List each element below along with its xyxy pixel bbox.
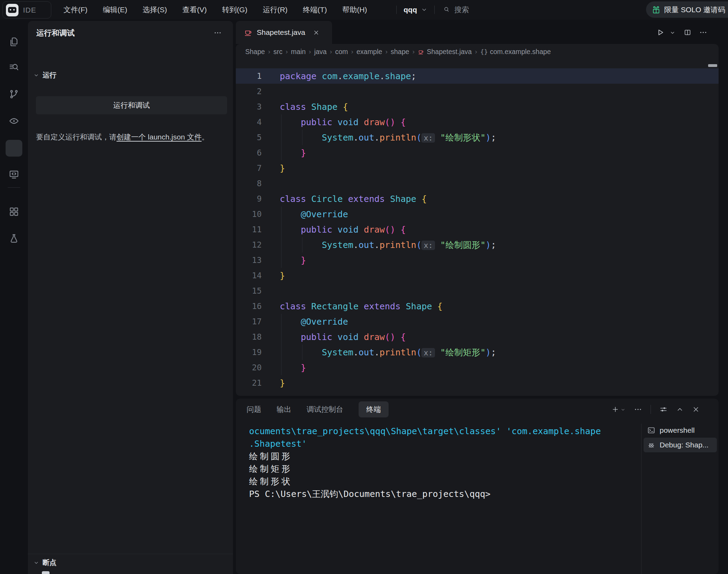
terminal-icon [647,426,655,435]
code-text: } [280,255,306,265]
tune-icon[interactable] [659,405,668,414]
breadcrumb-item[interactable]: java [314,48,327,56]
gutter-line-number[interactable]: 18 [236,332,262,341]
panel-tab-1[interactable]: 问题 [247,405,261,414]
chevron-down-icon[interactable] [670,29,675,36]
menu-item-5[interactable]: 转到(G) [215,5,255,15]
gutter-line-number[interactable]: 5 [236,133,262,142]
tab-shapetest-java[interactable]: Shapetest.java [236,21,332,44]
ellipsis-icon[interactable] [634,405,642,414]
terminal-session-debug--shap---[interactable]: Debug: Shap... [644,438,717,452]
panel-tab-4[interactable]: 终端 [359,401,389,417]
gutter-line-number[interactable]: 19 [236,348,262,357]
run-debug-button[interactable]: 运行和调试 [36,96,227,114]
menu-item-2[interactable]: 编辑(E) [95,5,135,15]
code-line-21: 21} [236,375,719,391]
gutter-line-number[interactable]: 20 [236,363,262,372]
chevron-up-icon[interactable] [676,406,684,413]
breadcrumb-item[interactable]: example [357,48,382,56]
new-terminal-button[interactable] [611,406,625,413]
close-icon[interactable] [692,406,700,413]
activity-item-run-and-debug[interactable] [0,140,28,157]
gutter-line-number[interactable]: 14 [236,271,262,280]
create-launch-json-link[interactable]: 创建一个 launch.json 文件 [117,133,202,141]
close-icon[interactable] [313,29,320,36]
indent-guide [302,237,302,252]
run-file-button[interactable] [656,28,665,37]
menu-item-6[interactable]: 运行(R) [255,5,295,15]
gutter-line-number[interactable]: 15 [236,286,262,295]
gutter-line-number[interactable]: 2 [236,87,262,96]
ellipsis-icon[interactable] [699,28,707,37]
search-box[interactable]: 搜索 [442,5,469,15]
split-editor-icon[interactable] [684,29,691,36]
gutter-line-number[interactable]: 12 [236,240,262,249]
chevron-down-icon[interactable] [421,7,427,13]
menu-item-8[interactable]: 帮助(H) [335,5,375,15]
tab-label: Shapetest.java [257,28,305,37]
breadcrumb-item[interactable]: Shape [245,48,265,56]
breadcrumb-symbol[interactable]: com.example.shape [490,48,551,56]
ellipsis-icon[interactable] [634,405,642,414]
tune-icon[interactable] [659,405,668,414]
menu-item-1[interactable]: 文件(F) [56,5,95,15]
ellipsis-icon[interactable] [213,29,222,37]
ellipsis-icon[interactable] [699,28,707,37]
split-editor-icon[interactable] [684,29,691,36]
gutter-line-number[interactable]: 4 [236,118,262,127]
terminal-output[interactable]: ocuments\trae_projects\qqq\Shape\target\… [249,425,636,500]
chevron-down-icon[interactable] [670,30,675,36]
gutter-line-number[interactable]: 8 [236,179,262,188]
breakpoint-checkbox[interactable] [42,571,50,574]
gutter-line-number[interactable]: 3 [236,102,262,111]
breadcrumb-item[interactable]: shape [391,48,409,56]
terminal-list-divider [641,424,641,574]
terminal-session-powershell[interactable]: powershell [644,423,717,438]
activity-item-testing[interactable] [0,230,28,247]
gutter-line-number[interactable]: 6 [236,148,262,157]
panel-tab-3[interactable]: 调试控制台 [307,405,343,414]
code-text: } [280,271,285,281]
chevron-up-icon[interactable] [676,406,684,413]
menu-item-4[interactable]: 查看(V) [175,5,215,15]
breakpoints-section-header[interactable]: 断点 [33,558,57,567]
gutter-line-number[interactable]: 16 [236,302,262,311]
symbol-braces-icon: {} [480,48,488,55]
breadcrumb-item[interactable]: main [291,48,306,56]
close-icon[interactable] [313,29,320,36]
activity-item-preview[interactable] [0,113,28,129]
breadcrumb: Shape›src›main›java›com›example›shape›Sh… [236,44,719,59]
panel-tab-2[interactable]: 输出 [277,405,291,414]
activity-item-extensions[interactable] [0,203,28,220]
monitor-code-icon [9,169,19,180]
app-logo-group[interactable]: IDE [2,1,51,18]
menu-item-3[interactable]: 选择(S) [135,5,175,15]
project-selector[interactable]: qqq [404,6,417,14]
gutter-line-number[interactable]: 7 [236,164,262,173]
code-editor[interactable]: 1package com.example.shape;23class Shape… [236,59,719,396]
gutter-line-number[interactable]: 21 [236,378,262,387]
gutter-line-number[interactable]: 17 [236,317,262,326]
breadcrumb-item[interactable]: com [335,48,348,56]
gutter-line-number[interactable]: 1 [236,71,262,81]
editor-scrollbar-thumb[interactable] [708,64,717,67]
run-section-header[interactable]: 运行 [33,70,57,80]
play-icon[interactable] [656,28,665,37]
solo-invite-badge[interactable]: 限量 SOLO 邀请码 [646,1,728,18]
gutter-line-number[interactable]: 10 [236,210,262,219]
activity-item-source-control[interactable] [0,86,28,103]
inlay-hint: x: [421,241,435,250]
gutter-line-number[interactable]: 9 [236,194,262,203]
close-icon[interactable] [692,406,700,413]
bottom-panel: 问题输出调试控制台终端 ocuments\trae_projects\qqq\S… [236,399,719,574]
breadcrumb-item[interactable]: src [273,48,283,56]
activity-item-editor-server[interactable] [0,166,28,183]
code-line-18: 18 public void draw() { [236,329,719,345]
breadcrumb-file[interactable]: Shapetest.java [427,48,472,56]
menu-item-7[interactable]: 终端(T) [295,5,335,15]
gutter-line-number[interactable]: 13 [236,256,262,265]
activity-item-explorer[interactable] [0,33,28,50]
activity-item-search[interactable] [0,59,28,76]
gutter-line-number[interactable]: 11 [236,225,262,234]
terminal-line: PS C:\Users\王泯钧\Documents\trae_projects\… [249,488,636,500]
